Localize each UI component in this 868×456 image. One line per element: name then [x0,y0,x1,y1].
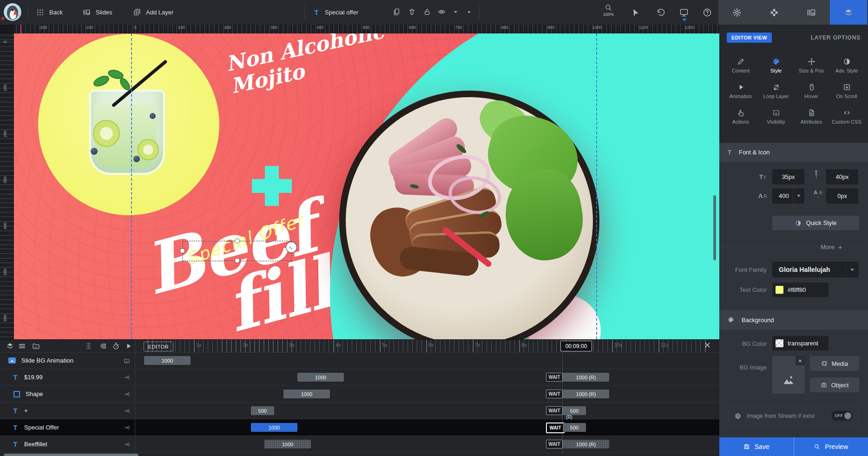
delete-layer-icon[interactable] [408,8,416,16]
line-height-input[interactable]: 40px [826,169,858,185]
wait-badge[interactable]: WAIT [546,373,563,382]
animation-duration-bar[interactable]: 1000 (R) [563,373,609,382]
text-color-swatch[interactable] [776,286,783,294]
timeline-track[interactable] [135,403,719,419]
move-up-icon[interactable] [465,8,473,16]
object-button[interactable]: Object [810,377,859,392]
timeline-folder-icon[interactable] [32,342,40,350]
option-tab-visibility[interactable]: Visibility [758,107,794,132]
timeline-play-icon[interactable] [125,342,132,350]
background-section-header[interactable]: Background [719,310,868,330]
slides-button[interactable]: Slides [83,0,112,25]
heading-text-layer[interactable]: Non Alcoholic Mojito [224,33,390,98]
option-tab-on-scroll[interactable]: On Scroll [829,82,864,106]
tab-slide-settings[interactable] [718,0,756,25]
beef-plate-image[interactable] [339,91,599,339]
layer-animation-end-icon[interactable] [124,391,130,397]
slide-canvas[interactable]: Beef fillet Non A [14,33,719,339]
layer-row-shape[interactable]: Shape [0,386,135,403]
device-preview-icon[interactable] [679,8,689,17]
editor-view-button[interactable]: EDITOR VIEW [727,33,772,43]
app-logo[interactable] [4,3,21,21]
add-layer-button[interactable]: Add Layer [133,0,173,25]
timeline-stopwatch-icon[interactable] [112,342,120,350]
layer-row-slide-bg-animation[interactable]: Slide BG Animation [0,352,135,369]
bg-color-swatch[interactable] [776,339,783,347]
timeline-grid-icon[interactable] [85,342,92,350]
letter-spacing-input[interactable]: 0px [826,188,858,204]
timeline-magnet-icon[interactable] [99,342,107,350]
layer-row-special-offer[interactable]: TSpecial Offer [0,419,135,436]
option-tab-actions[interactable]: Actions [723,107,758,132]
timeline-track[interactable] [135,436,719,453]
animation-duration-bar[interactable]: 1000 [283,390,330,398]
save-button[interactable]: Save [719,437,794,456]
wait-badge[interactable]: WAIT [546,406,563,415]
font-icon-section-header[interactable]: T Font & Icon [719,143,868,162]
option-tab-size-pos[interactable]: Size & Pos [794,56,829,80]
text-color-input[interactable]: #f8ff80 [772,283,829,297]
visibility-layer-icon[interactable] [438,8,446,16]
option-tab-attributes[interactable]: Attributes [794,107,829,132]
timeline-editor-button[interactable]: EDITOR [144,342,173,351]
timeline-track[interactable] [135,352,719,369]
undo-icon[interactable] [656,8,665,17]
tab-animations[interactable] [756,0,793,25]
font-size-input[interactable]: 35px [772,169,804,185]
layer-row--19-99[interactable]: T$19.99 [0,369,135,386]
quick-style-button[interactable]: Quick Style [772,216,859,230]
timeline-track[interactable] [135,369,719,386]
playhead-line[interactable] [562,352,563,453]
pointer-tool-icon[interactable] [631,8,640,17]
layer-row-beeffillet[interactable]: TBeeffillet [0,436,135,453]
timeline-track[interactable] [135,386,719,403]
timeline-ruler[interactable]: EDITOR 00:09:00 1s2s3s4s5s6s7s8s9s10s11s [0,340,719,353]
animation-duration-bar[interactable]: 1000 [264,440,311,449]
animation-duration-bar[interactable]: 500 [251,406,274,415]
media-button[interactable]: Media [810,356,859,371]
selection-handle-bottom[interactable] [235,258,240,263]
animation-duration-bar[interactable]: 1000 [251,423,297,432]
animation-duration-bar[interactable]: 1000 [297,373,344,382]
zoom-control[interactable]: 100% [603,4,614,17]
layer-animation-end-icon[interactable] [124,441,130,448]
option-tab-custom-css[interactable]: Custom CSS [829,107,864,132]
layer-animation-end-icon[interactable] [124,408,130,414]
timeline-scrollbar[interactable] [4,454,138,456]
animation-duration-bar[interactable]: 1000 [144,356,191,365]
preview-button[interactable]: Preview [794,437,868,456]
move-down-icon[interactable] [452,8,460,16]
option-tab-hover[interactable]: Hover [794,82,829,106]
animation-duration-bar[interactable]: 1000 (R) [563,440,609,449]
timeline-track[interactable] [135,419,719,436]
timeline-close-icon[interactable] [704,341,711,349]
font-weight-select[interactable]: 400 [772,188,804,204]
timeline-list-icon[interactable] [18,342,26,350]
selection-handle-left[interactable] [180,248,185,253]
layer-media-icon[interactable] [124,357,130,364]
bg-color-input[interactable]: transparent [772,336,829,350]
tab-slides-panel[interactable] [793,0,830,25]
layer-row--[interactable]: T+ [0,403,135,419]
option-tab-adv-style[interactable]: Adv. Style [829,56,864,80]
canvas-scrollbar[interactable] [713,195,716,260]
help-icon[interactable] [703,8,712,17]
lock-layer-icon[interactable] [423,8,431,16]
yellow-circle-shape[interactable] [38,34,219,215]
bg-image-remove-icon[interactable]: ✕ [796,356,805,365]
layer-animation-end-icon[interactable] [124,374,130,381]
font-family-select[interactable]: Gloria Hallelujah [772,262,859,278]
wait-badge[interactable]: WAIT [546,440,563,449]
tab-layers-panel[interactable] [830,0,867,25]
timeline-layers-icon[interactable] [6,342,14,350]
wait-badge[interactable]: WAIT [546,423,565,433]
stream-toggle[interactable]: OFF [831,411,853,421]
playhead-time-badge[interactable]: 00:09:00 [560,341,592,351]
more-options-button[interactable]: More+ [821,243,842,251]
option-tab-loop-layer[interactable]: 1Loop Layer [758,82,794,106]
animation-duration-bar[interactable]: 500 [563,423,586,432]
animation-duration-bar[interactable]: 1000 (R) [563,390,609,398]
selection-handle-top[interactable] [235,238,240,244]
animation-duration-bar[interactable]: 500 [563,406,586,415]
layer-animation-end-icon[interactable] [124,424,130,431]
